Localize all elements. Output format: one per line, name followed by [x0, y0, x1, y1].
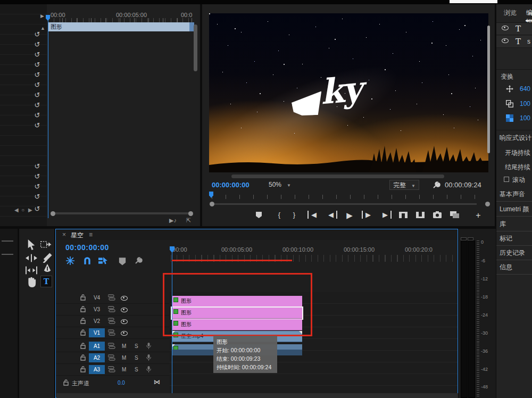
scrollbar-knob-left[interactable]	[51, 211, 55, 216]
export-frame-camera-icon[interactable]	[433, 211, 442, 218]
lock-icon[interactable]	[80, 294, 86, 301]
scale-icon[interactable]	[506, 100, 513, 107]
solo-button[interactable]: S	[135, 355, 138, 361]
play-icon[interactable]: ▶	[344, 211, 355, 220]
reset-icon[interactable]: ↺	[32, 205, 42, 214]
source-assign-icon[interactable]	[108, 329, 115, 336]
sequence-tab-title[interactable]: 星空	[71, 231, 84, 240]
snap-magnet-icon[interactable]	[82, 256, 92, 265]
track-badge-selected[interactable]: A1	[89, 342, 105, 351]
panel-menu-icon[interactable]: ≡	[89, 231, 93, 238]
chevron-right-icon[interactable]: ▶	[40, 13, 44, 19]
master-gain-value[interactable]: 0.0	[118, 380, 125, 386]
go-to-in-icon[interactable]: ◀	[307, 211, 319, 219]
track-header-a1[interactable]: A1 M S	[56, 341, 170, 352]
add-button-icon[interactable]: +	[472, 211, 484, 220]
panel-tab-markers[interactable]: 标记	[496, 231, 532, 246]
tab-browse[interactable]: 浏览	[504, 9, 517, 18]
monitor-vertical-scrollbar[interactable]	[487, 26, 490, 153]
timeline-ruler[interactable]: :00:00 00:00:05:00 00:00:10:00 00:00:15:…	[170, 245, 458, 254]
track-badge[interactable]: V3	[89, 305, 105, 314]
playhead-timecode[interactable]: 00:00:00:00	[212, 181, 250, 189]
reset-icon[interactable]: ↺	[32, 121, 42, 131]
toggle-track-output-eye-icon[interactable]	[121, 296, 128, 301]
reset-icon[interactable]: ↺	[32, 61, 42, 70]
reset-icon[interactable]: ↺	[32, 101, 42, 111]
reset-icon[interactable]: ↺	[32, 183, 42, 192]
effect-controls-playhead[interactable]	[48, 15, 48, 218]
eye-icon[interactable]	[502, 38, 509, 43]
track-badge[interactable]: V4	[89, 293, 105, 302]
track-header-v3[interactable]: V3	[56, 304, 170, 316]
panel-tab-history[interactable]: 历史记录	[496, 246, 532, 260]
horizontal-scrollbar[interactable]	[53, 212, 190, 214]
track-header-a3[interactable]: A3 M S	[56, 364, 170, 376]
text-layer-row[interactable]: T s	[496, 36, 532, 48]
scrub-knob-right[interactable]	[485, 202, 490, 206]
scale-value[interactable]: 100	[520, 100, 530, 107]
opacity-icon[interactable]	[506, 114, 513, 122]
track-header-v1[interactable]: V1	[56, 327, 170, 339]
lock-icon[interactable]	[80, 329, 86, 336]
go-to-out-icon[interactable]: ▶	[380, 211, 392, 219]
reset-icon[interactable]: ↺	[32, 162, 42, 172]
mute-button[interactable]: M	[122, 343, 126, 349]
track-badge-selected[interactable]: A2	[89, 353, 105, 362]
slip-tool[interactable]	[26, 265, 37, 276]
reset-icon[interactable]: ↺	[32, 30, 42, 40]
clip-duration-bar[interactable]: 图形	[48, 22, 194, 31]
close-icon[interactable]: ×	[62, 231, 66, 238]
mute-button[interactable]: M	[122, 367, 126, 372]
track-header-master[interactable]: 主声道 0.0 ⋈	[56, 377, 170, 389]
toggle-track-output-eye-icon[interactable]	[121, 331, 128, 336]
add-marker-icon[interactable]	[255, 211, 262, 219]
eye-icon[interactable]	[502, 26, 509, 30]
nest-sequence-icon[interactable]	[65, 256, 75, 265]
position-value[interactable]: 640	[520, 85, 530, 93]
mark-in-icon[interactable]: {	[273, 211, 285, 219]
settings-wrench-icon[interactable]	[432, 181, 440, 189]
text-layer-row[interactable]: T	[496, 23, 532, 35]
reset-icon[interactable]: ↺	[32, 111, 42, 121]
source-assign-icon[interactable]	[108, 354, 115, 361]
monitor-scrub-bar[interactable]	[209, 193, 488, 200]
track-badge-selected[interactable]: V1	[89, 328, 105, 337]
selection-tool[interactable]	[26, 239, 37, 250]
source-assign-icon[interactable]	[108, 366, 115, 372]
reset-icon[interactable]: ↺	[32, 40, 42, 50]
reset-icon[interactable]: ↺	[32, 91, 42, 101]
solo-button[interactable]: S	[135, 367, 138, 372]
reset-icon[interactable]: ↺	[32, 51, 42, 60]
mute-button[interactable]: M	[122, 355, 126, 361]
mic-icon[interactable]	[146, 354, 151, 361]
export-icon[interactable]: ⇱	[186, 217, 191, 224]
mic-icon[interactable]	[146, 343, 151, 350]
panel-tab-libraries[interactable]: 库	[496, 217, 532, 231]
scrub-knob-left[interactable]	[210, 202, 214, 206]
vertical-scrollbar[interactable]	[194, 24, 197, 71]
reset-icon[interactable]: ↺	[32, 193, 42, 202]
position-icon[interactable]	[506, 85, 513, 93]
mark-out-icon[interactable]: }	[288, 211, 300, 219]
track-header-a2[interactable]: A2 M S	[56, 352, 170, 364]
button-editor-icon[interactable]	[450, 211, 459, 218]
lock-icon[interactable]	[80, 354, 86, 361]
lock-icon[interactable]	[63, 379, 69, 386]
program-monitor-frame[interactable]: ky	[209, 13, 488, 172]
track-badge[interactable]: V2	[89, 317, 105, 326]
lock-icon[interactable]	[80, 343, 86, 349]
toggle-track-output-eye-icon[interactable]	[121, 308, 128, 312]
reset-icon[interactable]: ↺	[32, 81, 42, 90]
lock-icon[interactable]	[80, 318, 86, 324]
track-select-tool[interactable]	[40, 239, 52, 250]
source-assign-icon[interactable]	[108, 306, 115, 312]
opacity-value[interactable]: 100	[520, 114, 530, 122]
source-assign-icon[interactable]	[108, 318, 115, 324]
reset-icon[interactable]: ↺	[32, 71, 42, 80]
timeline-settings-wrench-icon[interactable]	[134, 256, 143, 265]
scrollbar-knob-right[interactable]	[188, 211, 193, 216]
track-header-v4[interactable]: V4	[56, 292, 170, 304]
linked-selection-icon[interactable]	[98, 256, 108, 265]
track-badge-selected[interactable]: A3	[89, 365, 105, 374]
panel-tab-essential-sound[interactable]: 基本声音	[496, 187, 532, 202]
